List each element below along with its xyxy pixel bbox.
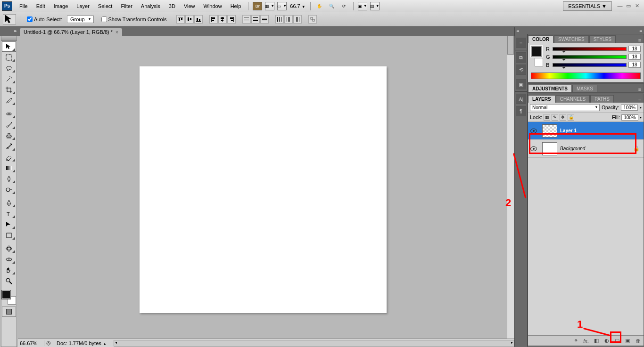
align-right-icon[interactable] xyxy=(227,15,236,24)
lock-pixels-icon[interactable]: ✎ xyxy=(552,114,558,121)
layer-row[interactable]: Layer 1 xyxy=(528,122,644,140)
color-panel-menu-icon[interactable]: ≡ xyxy=(636,37,644,43)
tab-adjustments[interactable]: ADJUSTMENTS xyxy=(528,85,572,92)
layer-thumbnail[interactable] xyxy=(542,124,557,137)
document-tab[interactable]: Untitled-1 @ 66.7% (Layer 1, RGB/8) *× xyxy=(20,28,122,36)
menu-3d[interactable]: 3D xyxy=(165,1,180,11)
vertical-scrollbar[interactable] xyxy=(507,36,514,339)
trash-icon[interactable]: 🗑 xyxy=(634,337,642,345)
minimize-icon[interactable]: — xyxy=(617,3,623,9)
zoom-icon[interactable]: 🔍 xyxy=(327,2,337,10)
viewextras-icon[interactable]: ▦▼ xyxy=(265,2,274,10)
menu-edit[interactable]: Edit xyxy=(32,1,50,11)
lock-all-icon[interactable]: 🔒 xyxy=(568,114,574,121)
g-slider[interactable] xyxy=(553,55,627,59)
tab-layers[interactable]: LAYERS xyxy=(528,95,555,103)
hand-tool[interactable] xyxy=(2,265,16,275)
menu-analysis[interactable]: Analysis xyxy=(137,1,165,11)
rotate-icon[interactable]: ⟳ xyxy=(339,2,349,10)
clone-strip-icon[interactable]: ⟲ xyxy=(516,65,526,75)
auto-select-dropdown[interactable]: Group xyxy=(67,16,94,23)
tool-preset-icon[interactable]: ▣ xyxy=(516,79,526,89)
marquee-tool[interactable] xyxy=(2,52,16,63)
align-hcenter-icon[interactable] xyxy=(218,15,227,24)
eyedropper-tool[interactable] xyxy=(2,96,16,106)
crop-tool[interactable] xyxy=(2,85,16,95)
quickmask-toggle[interactable] xyxy=(2,307,16,317)
visibility-toggle[interactable] xyxy=(528,129,539,133)
dist-bottom-icon[interactable] xyxy=(260,15,269,24)
move-tool[interactable] xyxy=(2,41,16,52)
visibility-toggle[interactable] xyxy=(528,146,539,151)
type-tool[interactable]: T xyxy=(2,209,16,219)
lock-pos-icon[interactable]: ✥ xyxy=(560,114,566,121)
blend-mode-dropdown[interactable]: Normal xyxy=(530,104,600,111)
opacity-input[interactable]: 100% xyxy=(621,105,638,111)
workspace-switcher[interactable]: ESSENTIALS ▼ xyxy=(563,1,612,11)
color-swatches[interactable] xyxy=(2,291,16,305)
toolbox-expand[interactable] xyxy=(0,27,18,34)
r-slider[interactable] xyxy=(553,47,627,51)
strip-expand[interactable] xyxy=(515,27,528,34)
b-slider[interactable] xyxy=(553,63,627,67)
menu-help[interactable]: Help xyxy=(226,1,246,11)
dist-top-icon[interactable] xyxy=(242,15,251,24)
auto-select-checkbox[interactable]: Auto-Select: xyxy=(27,16,62,22)
arrange2-icon[interactable]: ▤▼ xyxy=(370,2,380,10)
blur-tool[interactable] xyxy=(2,174,16,184)
dist-left-icon[interactable] xyxy=(275,15,284,24)
para-icon[interactable]: ¶ xyxy=(516,106,526,116)
restore-icon[interactable]: ▭ xyxy=(625,3,632,9)
layer-thumbnail[interactable] xyxy=(542,142,557,155)
arrange1-icon[interactable]: ▣▼ xyxy=(358,2,367,10)
tab-swatches[interactable]: SWATCHES xyxy=(554,35,589,43)
history-brush-tool[interactable] xyxy=(2,141,16,152)
horizontal-scrollbar[interactable] xyxy=(114,340,514,347)
3d-camera-tool[interactable] xyxy=(2,254,16,265)
layers-panel-menu-icon[interactable]: ≡ xyxy=(636,97,644,103)
shape-tool[interactable] xyxy=(2,230,16,241)
dist-vcenter-icon[interactable] xyxy=(251,15,260,24)
canvas[interactable] xyxy=(140,66,387,313)
layer-row[interactable]: Background 🔒 xyxy=(528,140,644,158)
fill-input[interactable]: 100% xyxy=(621,114,638,121)
menu-filter[interactable]: Filter xyxy=(116,1,136,11)
heal-tool[interactable] xyxy=(2,109,16,119)
link-layers-icon[interactable]: ⚭ xyxy=(572,337,579,345)
menu-layer[interactable]: Layer xyxy=(72,1,94,11)
g-value[interactable]: 18 xyxy=(628,54,641,60)
tab-masks[interactable]: MASKS xyxy=(572,85,597,92)
pen-tool[interactable] xyxy=(2,198,16,208)
dist-hcenter-icon[interactable] xyxy=(284,15,293,24)
b-value[interactable]: 18 xyxy=(628,62,641,68)
show-transform-checkbox[interactable]: Show Transform Controls xyxy=(101,16,167,22)
close-icon[interactable]: ✕ xyxy=(634,3,640,9)
align-vcenter-icon[interactable] xyxy=(185,15,194,24)
bridge-icon[interactable]: Br xyxy=(253,2,262,10)
adj-panel-menu-icon[interactable]: ≡ xyxy=(636,87,644,92)
align-bottom-icon[interactable] xyxy=(194,15,203,24)
lasso-tool[interactable] xyxy=(2,63,16,73)
screenmode-icon[interactable]: ▭▼ xyxy=(277,2,287,10)
tab-channels[interactable]: CHANNELS xyxy=(556,95,590,103)
wand-tool[interactable] xyxy=(2,74,16,84)
char-icon[interactable]: A| xyxy=(516,94,526,104)
tab-paths[interactable]: PATHS xyxy=(590,95,614,103)
dist-right-icon[interactable] xyxy=(293,15,302,24)
eraser-tool[interactable] xyxy=(2,152,16,162)
fx-icon[interactable]: fx. xyxy=(582,337,590,345)
new-layer-icon[interactable]: ▣ xyxy=(624,337,631,345)
brush-tool[interactable] xyxy=(2,120,16,130)
auto-align-icon[interactable] xyxy=(308,15,317,24)
move-tool-indicator[interactable] xyxy=(3,14,16,24)
adjustment-layer-icon[interactable]: ◐ xyxy=(603,337,611,345)
status-zoom[interactable]: 66.67% xyxy=(18,340,44,346)
menu-image[interactable]: Image xyxy=(50,1,73,11)
zoom-level[interactable]: 66.7▼ xyxy=(288,3,307,9)
group-icon[interactable]: ▢ xyxy=(613,337,621,345)
menu-view[interactable]: View xyxy=(180,1,199,11)
menu-window[interactable]: Window xyxy=(199,1,226,11)
close-tab-icon[interactable]: × xyxy=(116,30,118,35)
tab-color[interactable]: COLOR xyxy=(528,35,553,43)
align-top-icon[interactable] xyxy=(176,15,185,24)
